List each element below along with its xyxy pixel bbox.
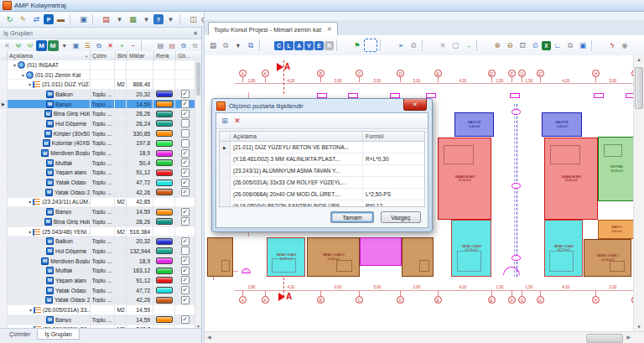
separator[interactable] <box>422 39 434 51</box>
dialog-row[interactable]: (26.005/031A) 33x33 CM RÖLYEF YÜZEYL... <box>220 177 424 189</box>
workgroup-tree-icon[interactable]: Ψ <box>13 40 24 51</box>
tree-row[interactable]: ▾ (21.011) DÜZ YÜZ... M2 868,46 <box>0 80 195 90</box>
room-yasam-alani[interactable]: YAŞAM ALANI 20,45 m2 <box>438 138 491 220</box>
tree-row[interactable]: ▾ (01.01) Zemin Kat <box>0 70 195 81</box>
add-icon[interactable]: + <box>117 40 127 51</box>
eye-icon[interactable]: ◉ <box>619 39 631 51</box>
tree-row[interactable]: Banyo Toplu ... 14,59 <box>0 207 195 217</box>
dropdown-caret[interactable]: ▾ <box>140 13 153 26</box>
scrollbar-thumb[interactable] <box>586 334 623 343</box>
tree-row[interactable]: ▾ (26.005/031A) 33... M2 14,59 <box>0 305 195 315</box>
room-yatak-odasi-2c[interactable]: YATAK ODASI 2 12,40 m2 <box>584 239 631 277</box>
dialog-row[interactable]: ▶ (21.011) DÜZ YÜZEYLİ BETON VE BETONA..… <box>220 142 424 153</box>
panel-tab[interactable]: Çizimler <box>3 330 37 339</box>
visibility-checkbox[interactable] <box>181 110 190 118</box>
tree-row[interactable]: ▾ (25.043/4B) YENİ ... M2 516,384 <box>0 227 195 237</box>
visibility-checkbox[interactable] <box>181 208 190 216</box>
tree-row[interactable]: Balkon Toplu ... 20,32 <box>0 90 195 100</box>
layer-r-button[interactable]: R <box>325 41 334 50</box>
visibility-checkbox[interactable] <box>181 139 190 148</box>
cancel-button[interactable]: Vazgeç <box>381 211 421 223</box>
visibility-checkbox[interactable] <box>181 100 190 108</box>
scroll-down-icon[interactable]: ▼ <box>634 325 644 330</box>
layer-a-button[interactable]: A <box>294 41 304 50</box>
dropdown-caret[interactable]: ▾ <box>60 40 70 51</box>
expander-icon[interactable]: ▾ <box>27 199 33 205</box>
column-header-aciklama[interactable]: Açıklama <box>231 132 363 141</box>
print-icon[interactable]: ▤ <box>155 40 166 51</box>
subtract-icon[interactable]: − <box>128 40 139 51</box>
tree-row[interactable]: Yatak Odası Toplu ... 47,72 <box>0 286 195 296</box>
tree-scrollbar[interactable]: ▼ <box>195 60 201 329</box>
refresh-icon[interactable]: ↻ <box>3 13 16 26</box>
separator[interactable] <box>336 39 349 51</box>
exit-door-icon[interactable]: ◫ <box>187 13 200 26</box>
expander-icon[interactable]: ▾ <box>27 229 33 235</box>
horizontal-scrollbar[interactable]: ◀ ▶ <box>205 331 644 343</box>
tab-close-icon[interactable]: ✕ <box>327 26 332 33</box>
print-icon[interactable]: ▤ <box>207 39 219 51</box>
column-header-birim[interactable]: Birim <box>116 51 127 60</box>
dropdown-caret[interactable]: ▾ <box>113 13 126 26</box>
visibility-checkbox[interactable] <box>181 267 190 275</box>
column-header-goster[interactable]: Gö... <box>176 51 195 60</box>
selection-box-icon[interactable] <box>364 39 377 52</box>
room-yasam-alani-2[interactable]: YAŞAM ALANI 20,45 m2 <box>544 138 598 220</box>
visibility-checkbox[interactable] <box>181 257 190 265</box>
room-yatak-odasi-b[interactable]: YATAK ODASI 14,71 m2 <box>451 220 491 277</box>
table-icon[interactable]: ▦ <box>127 13 139 26</box>
tree-row[interactable]: Merdiven Boşluğu Toplu ... 18,9 <box>0 257 195 267</box>
column-header-renk[interactable]: Renk <box>154 51 176 60</box>
tree-row[interactable]: Hol Döşeme Toplu ... 26,24 <box>0 119 195 129</box>
tree-row[interactable]: Mutfak Toplu ... 50,4 <box>0 159 195 169</box>
copy-icon[interactable]: ⧉ <box>220 39 231 51</box>
windows-icon[interactable]: ⧉ <box>564 39 576 51</box>
go-icon[interactable]: → <box>462 39 474 51</box>
dialog-row[interactable]: (Y.18.461/002) 3 MM KALINLIKTA PLAST... … <box>220 153 424 165</box>
room-balkon-2[interactable]: BALKON 5,40 m2 <box>542 112 582 137</box>
wallet-icon[interactable]: ▬ <box>55 13 67 26</box>
column-header-formul[interactable]: Formül <box>363 132 424 141</box>
pin-icon[interactable]: ∗ <box>193 29 198 37</box>
separator[interactable] <box>380 39 392 51</box>
tree-row[interactable]: Mutfak Toplu ... 163,12 <box>0 266 195 276</box>
visibility-checkbox[interactable] <box>181 217 190 226</box>
tree-row[interactable]: Yatak Odası 2 Toplu ... 42,26 <box>0 296 195 306</box>
tree-row[interactable]: Merdiven Boşluğu Toplu ... 18,9 <box>0 148 195 159</box>
copy-icon[interactable]: ⧉ <box>179 40 190 51</box>
clear-icon[interactable]: ✕ <box>437 39 449 51</box>
visibility-checkbox[interactable] <box>181 247 190 255</box>
tree-row[interactable]: Yatak Odası Toplu ... 47,72 <box>0 178 195 188</box>
zoom-icon[interactable]: ⊙ <box>408 39 419 51</box>
remove-icon[interactable]: ✕ <box>105 40 116 51</box>
tree-row[interactable]: ▾ (23.243/11) ALÜM... M2 42,85 <box>0 198 195 208</box>
separator[interactable] <box>92 14 97 25</box>
image-icon[interactable]: ▣ <box>70 40 81 51</box>
separator[interactable] <box>476 39 489 51</box>
tree-row[interactable]: Banyo Toplu ... 14,59 <box>0 315 195 325</box>
visibility-checkbox[interactable] <box>181 90 190 98</box>
visibility-checkbox[interactable] <box>181 286 190 294</box>
visibility-checkbox[interactable] <box>181 315 190 324</box>
document-tab[interactable]: Toplu Konut Projesi - Mimari zemin kat ✕ <box>208 22 338 36</box>
fullscreen-icon[interactable]: ▣ <box>577 39 589 51</box>
separator[interactable] <box>259 39 272 51</box>
zoom-select-icon[interactable]: ⊙ <box>529 39 541 51</box>
layer-e-button[interactable]: E <box>314 41 324 50</box>
separator[interactable] <box>179 14 184 25</box>
scrollbar-thumb[interactable] <box>196 62 200 96</box>
visibility-checkbox[interactable] <box>181 119 190 127</box>
separator[interactable] <box>591 39 604 51</box>
room-balkon[interactable]: BALKON 5,40 m2 <box>454 112 494 137</box>
print-disabled-icon[interactable]: ▤ <box>167 40 178 51</box>
page-icon[interactable]: ▢ <box>449 39 461 51</box>
column-header-miktar[interactable]: Miktar <box>127 51 154 60</box>
expander-icon[interactable]: ▾ <box>28 307 34 313</box>
visibility-checkbox[interactable] <box>181 296 190 304</box>
tree-row[interactable]: Yatak Odası 2 Toplu ... 42,26 <box>0 188 195 198</box>
visibility-checkbox[interactable] <box>181 149 190 158</box>
pages-icon[interactable]: ⧉ <box>245 39 257 51</box>
tree-row[interactable]: Hol Döşeme Toplu ... 132,944 <box>0 247 195 257</box>
dialog-row[interactable]: (Y.16.050/04) BETON SANTRALİNDE ÜRE... R… <box>220 200 424 207</box>
zoom-page-icon[interactable]: ⊡ <box>517 39 528 51</box>
